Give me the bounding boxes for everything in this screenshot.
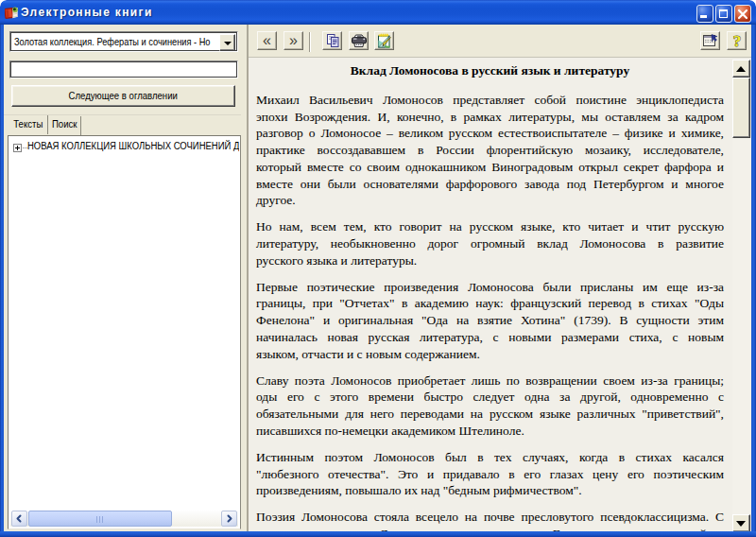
svg-text:?: ? (733, 33, 742, 49)
